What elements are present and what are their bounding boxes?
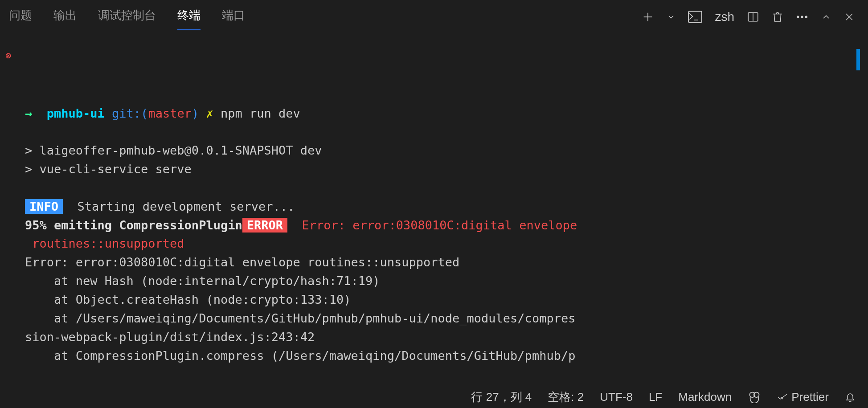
- panel-header: 问题 输出 调试控制台 终端 端口 zsh: [0, 0, 868, 31]
- copilot-icon[interactable]: [748, 391, 761, 403]
- tab-ports[interactable]: 端口: [222, 4, 245, 30]
- status-eol[interactable]: LF: [649, 390, 662, 404]
- prompt-dirty-icon: ✗: [206, 106, 213, 120]
- error-badge: ERROR: [242, 218, 287, 233]
- tab-terminal[interactable]: 终端: [177, 4, 201, 30]
- terminal-dropdown-icon[interactable]: [667, 12, 676, 21]
- status-formatter[interactable]: Prettier: [777, 390, 829, 404]
- status-bar: 行 27，列 4 空格: 2 UTF-8 LF Markdown Prettie…: [0, 386, 868, 408]
- svg-point-6: [797, 16, 799, 18]
- prompt-git-close: ): [192, 106, 199, 120]
- panel-tabs: 问题 输出 调试控制台 终端 端口: [9, 4, 245, 30]
- close-icon[interactable]: [844, 12, 855, 22]
- stack-line: Error: error:0308010C:digital envelope r…: [25, 255, 459, 269]
- status-encoding[interactable]: UTF-8: [600, 390, 633, 404]
- prompt-branch: master: [148, 106, 192, 120]
- trash-icon[interactable]: [772, 11, 783, 23]
- new-terminal-icon[interactable]: [642, 11, 654, 23]
- out-line: 95% emitting CompressionPlugin: [25, 218, 242, 232]
- stack-line: at CompressionPlugin.compress (/Users/ma…: [25, 349, 575, 363]
- stack-line: at /Users/maweiqing/Documents/GitHub/pmh…: [25, 311, 575, 325]
- more-icon[interactable]: [796, 15, 808, 19]
- error-text: Error: error:0308010C:digital envelope: [295, 218, 577, 232]
- formatter-label: Prettier: [791, 390, 829, 404]
- stack-line: sion-webpack-plugin/dist/index.js:243:42: [25, 330, 315, 344]
- info-badge: INFO: [25, 199, 63, 214]
- tab-output[interactable]: 输出: [53, 4, 77, 30]
- terminal-output[interactable]: ⊗ → pmhub-ui git:(master) ✗ npm run dev …: [0, 31, 868, 386]
- stack-line: at Object.createHash (node:crypto:133:10…: [25, 293, 351, 306]
- split-terminal-icon[interactable]: [747, 11, 759, 23]
- svg-point-7: [801, 16, 803, 18]
- shell-name: zsh: [715, 10, 734, 24]
- tab-debug-console[interactable]: 调试控制台: [98, 4, 156, 30]
- notifications-icon[interactable]: [845, 391, 856, 403]
- svg-rect-3: [689, 11, 702, 22]
- terminal-toolbar: zsh: [642, 10, 859, 24]
- prompt-arrow: →: [25, 106, 32, 120]
- out-line: > vue-cli-service serve: [25, 162, 192, 176]
- status-indent[interactable]: 空格: 2: [548, 389, 584, 405]
- command: npm run dev: [221, 106, 300, 120]
- exit-status-error-icon: ⊗: [5, 48, 11, 63]
- status-line-col[interactable]: 行 27，列 4: [471, 389, 532, 405]
- error-text: routines::unsupported: [25, 237, 184, 250]
- out-line: Starting development server...: [70, 200, 295, 213]
- terminal-profile-icon[interactable]: [688, 11, 702, 23]
- stack-line: at new Hash (node:internal/crypto/hash:7…: [25, 274, 380, 288]
- out-line: > laigeoffer-pmhub-web@0.0.1-SNAPSHOT de…: [25, 143, 322, 157]
- status-language[interactable]: Markdown: [678, 390, 732, 404]
- prompt-project: pmhub-ui: [47, 106, 105, 120]
- chevron-up-icon[interactable]: [821, 12, 831, 22]
- prompt-git-label: git:(: [112, 106, 148, 120]
- svg-point-8: [805, 16, 807, 18]
- scrollbar-thumb[interactable]: [856, 49, 860, 70]
- tab-problems[interactable]: 问题: [9, 4, 32, 30]
